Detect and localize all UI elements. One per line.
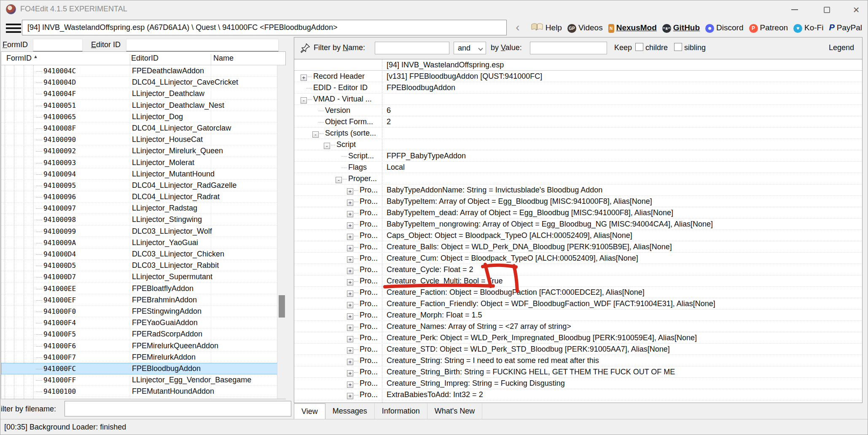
cell-editorid[interactable]: LLinjector_Egg_Vendor_Basegame — [132, 374, 251, 386]
cell-formid[interactable]: 9410009A — [36, 237, 76, 248]
table-row[interactable]: 941000D5DLC03_LLinjector_Rabbit — [1, 260, 285, 271]
nav-link-ko-fi[interactable]: ♥Ko-Fi — [793, 23, 823, 33]
value-cell[interactable]: BabyTypeAddonName: String = Invictusblad… — [382, 184, 862, 195]
nav-link-nexusmod[interactable]: NNexusMod — [608, 23, 657, 33]
tree-cell[interactable]: +Pro... — [294, 264, 382, 275]
table-row[interactable]: 941000F4FPEYaoGuaiAddon — [1, 317, 285, 328]
expand-icon[interactable]: + — [347, 382, 353, 388]
column-header-editorid[interactable]: EditorID — [131, 54, 159, 63]
tree-cell[interactable]: +Pro... — [294, 207, 382, 218]
table-row[interactable]: 94100065LLinjector_Dog — [1, 111, 285, 123]
minimize-button[interactable] — [785, 3, 804, 16]
cell-editorid[interactable]: FPESynthGen1Addon — [132, 397, 207, 399]
tree-cell[interactable]: +Pro... — [294, 241, 382, 252]
cell-editorid[interactable]: LLinjector_Deathclaw — [132, 88, 204, 99]
cell-formid[interactable]: 941000FC — [36, 363, 76, 374]
tree-cell[interactable]: -Script — [294, 139, 382, 150]
tree-cell[interactable]: +Pro... — [294, 196, 382, 207]
cell-formid[interactable]: 9410004F — [36, 88, 76, 99]
value-cell[interactable]: Creature_Cycle: Float = 2 — [382, 264, 862, 275]
cell-editorid[interactable]: FPERadScorpAddon — [132, 328, 202, 340]
expand-icon[interactable]: + — [347, 313, 353, 320]
tab-view[interactable]: View — [294, 403, 325, 419]
expand-icon[interactable]: + — [347, 291, 353, 297]
tree-row[interactable]: Object Form...2 — [294, 116, 862, 128]
expand-icon[interactable]: + — [347, 200, 353, 206]
value-cell[interactable]: Creature_Balls: Object = WLD_Perk_DNA_Bl… — [382, 241, 862, 252]
tree-row[interactable]: +Pro...Caps_Object: Object = Bloodpack_T… — [294, 230, 862, 241]
value-cell[interactable] — [382, 93, 862, 104]
editorid-input[interactable] — [126, 39, 279, 51]
value-cell[interactable]: Local — [382, 162, 862, 173]
cell-formid[interactable]: 94100092 — [36, 145, 76, 157]
tree-cell[interactable]: +Pro... — [294, 355, 382, 366]
table-row[interactable]: 9410008FDLC04_LLinjector_Gatorclaw — [1, 123, 285, 134]
table-row[interactable]: 941000F5FPERadScorpAddon — [1, 328, 285, 340]
cell-formid[interactable]: 941000F0 — [36, 306, 76, 317]
expand-icon[interactable]: + — [347, 279, 353, 286]
cell-formid[interactable]: 9410008F — [36, 123, 76, 134]
tree-row[interactable]: +Pro...Creature_Cycle: Float = 2 — [294, 264, 862, 275]
table-row[interactable]: 941000EFFPEBrahminAddon — [1, 294, 285, 306]
cell-editorid[interactable]: FPEBloodbugAddon — [132, 363, 201, 374]
table-row[interactable]: 941000EEFPEBloatflyAddon — [1, 283, 285, 294]
cell-formid[interactable]: 94100097 — [36, 203, 76, 214]
cell-formid[interactable]: 941000D4 — [36, 248, 76, 260]
cell-editorid[interactable]: FPEMirelurkQueenAddon — [132, 340, 218, 352]
tree-row[interactable]: +Record Header[v131] FPEBloodbugAddon [Q… — [294, 71, 862, 82]
tree-row[interactable]: +Pro...Creature_Faction_Friendly: Object… — [294, 298, 862, 310]
nav-link-patreon[interactable]: PPatreon — [749, 23, 788, 33]
cell-editorid[interactable]: FPEStingwingAddon — [132, 306, 202, 317]
formid-input[interactable] — [33, 39, 83, 51]
cell-editorid[interactable]: DLC04_LLinjector_Gatorclaw — [132, 123, 231, 134]
value-cell[interactable]: FPEBloodbugAddon — [382, 82, 862, 93]
table-row[interactable]: 94100094LLinjector_MutantHound — [1, 168, 285, 180]
collapse-icon[interactable]: - — [312, 131, 319, 138]
cell-editorid[interactable]: LLinjector_Supermutant — [132, 271, 212, 283]
cell-formid[interactable]: 9410004D — [36, 77, 76, 88]
tree-row[interactable]: +Pro...Creature_Names: Array of String =… — [294, 321, 862, 332]
tree-row[interactable]: +Pro...BabyTypeAddonName: String = Invic… — [294, 184, 862, 196]
expand-icon[interactable]: + — [347, 325, 353, 331]
table-row[interactable]: 941000FFLLinjector_Egg_Vendor_Basegame — [1, 374, 285, 386]
expand-icon[interactable]: + — [347, 359, 353, 365]
collapse-icon[interactable]: - — [301, 97, 307, 104]
table-row[interactable]: 941000F0FPEStingwingAddon — [1, 306, 285, 317]
tree-row[interactable]: -VMAD - Virtual ... — [294, 93, 862, 105]
value-cell[interactable]: FPFP_BabyTypeAddon — [382, 150, 862, 161]
value-cell[interactable] — [382, 173, 862, 184]
table-row[interactable]: 94100092LLinjector_Mirelurk_Queen — [1, 145, 285, 157]
table-row[interactable]: 941000F6FPEMirelurkQueenAddon — [1, 340, 285, 352]
value-cell[interactable]: Creature_String: String = I need to eat … — [382, 355, 862, 366]
tree-cell[interactable]: +Pro... — [294, 298, 382, 309]
tree-row[interactable]: +Pro...BabyTypeItem_dead: Array of Objec… — [294, 207, 862, 219]
cell-formid[interactable]: 941000EE — [36, 283, 76, 294]
cell-editorid[interactable]: LLinjector_Dog — [132, 111, 183, 123]
value-cell[interactable] — [382, 128, 862, 139]
tree-cell[interactable]: +Pro... — [294, 332, 382, 343]
table-row[interactable]: 94100095DLC04_LLinjector_RadGazelle — [1, 180, 285, 191]
nav-link-help[interactable]: Help — [531, 23, 562, 33]
expand-icon[interactable]: + — [347, 268, 353, 274]
cell-editorid[interactable]: LLinjector_HouseCat — [132, 134, 203, 145]
table-row[interactable]: 94100097LLinjector_Radstag — [1, 203, 285, 214]
tree-cell[interactable] — [294, 59, 382, 70]
value-cell[interactable]: BabyTypeItem: Array of Object = Egg_Bloo… — [382, 196, 862, 207]
expand-icon[interactable]: + — [347, 393, 353, 399]
tree-row[interactable]: +Pro...Creature_STD: Object = WLD_Perk_S… — [294, 344, 862, 355]
expand-icon[interactable]: + — [347, 302, 353, 308]
cell-formid[interactable]: 941000EF — [36, 294, 76, 306]
cell-formid[interactable]: 941000FF — [36, 374, 76, 386]
filter-by-filename-input[interactable] — [64, 401, 291, 416]
cell-editorid[interactable]: FPEMirelurkAddon — [132, 352, 196, 363]
cell-formid[interactable]: 941000F5 — [36, 328, 76, 340]
value-cell[interactable]: [v131] FPEBloodbugAddon [QUST:941000FC] — [382, 71, 862, 82]
expand-icon[interactable]: + — [301, 75, 307, 81]
tree-cell[interactable]: Flags — [294, 162, 382, 173]
tree-row[interactable]: -Script — [294, 139, 862, 150]
nav-link-github[interactable]: ᴖᴥᴖGitHub — [662, 23, 700, 33]
tree-row-plugin-header[interactable]: [94] INVB_WastelandOffspring.esp — [294, 59, 862, 71]
table-row[interactable]: FPESynthGen1Addon — [1, 397, 285, 399]
value-cell[interactable]: Caps_Object: Object = Bloodpack_TypeO [A… — [382, 230, 862, 241]
tree-row[interactable]: +Pro...Creature_Balls: Object = WLD_Perk… — [294, 241, 862, 253]
